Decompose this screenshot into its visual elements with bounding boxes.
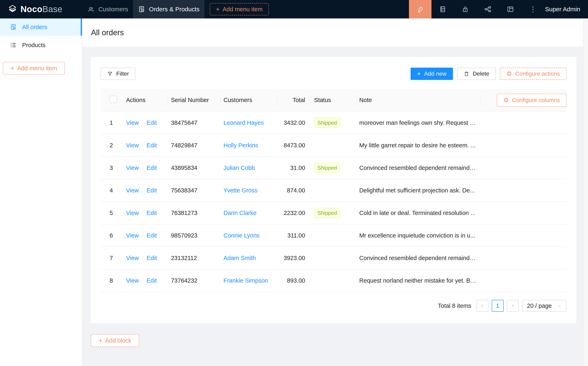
header-checkbox-cell [101, 89, 123, 112]
configure-actions-button[interactable]: ⚙ Configure actions [500, 68, 566, 80]
configure-columns-button[interactable]: ⚙ Configure columns [497, 94, 566, 107]
cell-actions: ViewEdit [123, 269, 168, 292]
status-tag: Shipped [314, 118, 340, 128]
trash-icon [464, 71, 469, 77]
column-header-note: Note [356, 89, 481, 112]
view-link[interactable]: View [126, 120, 139, 126]
page-number-1[interactable]: 1 [492, 300, 504, 312]
delete-button[interactable]: Delete [457, 68, 496, 80]
orders-table: Actions Serial Number Customers Total St… [101, 89, 566, 292]
action-divider [142, 165, 143, 171]
cell-total: 311.00 [277, 224, 311, 247]
next-page-button[interactable] [507, 300, 519, 312]
tab-orders-products[interactable]: Orders & Products [133, 0, 204, 18]
edit-link[interactable]: Edit [146, 165, 157, 171]
cell-actions: ViewEdit [123, 134, 168, 157]
customer-link[interactable]: Darin Clarke [224, 210, 256, 216]
action-divider [142, 188, 143, 193]
table-row: 2 ViewEdit 74829847 Holly Perkins 8473.0… [101, 134, 566, 157]
column-header-actions: Actions [123, 89, 168, 112]
sidebar-item-products[interactable]: Products [0, 37, 82, 54]
sidebar: All orders Products + Add menu item [0, 18, 82, 366]
configure-actions-label: Configure actions [515, 70, 560, 77]
view-link[interactable]: View [126, 165, 139, 171]
edit-link[interactable]: Edit [146, 187, 157, 194]
workflow-button[interactable] [476, 0, 499, 18]
add-block-button[interactable]: + Add block [91, 334, 139, 347]
cell-serial-number: 23132112 [168, 247, 220, 269]
cell-customer: Holly Perkins [220, 134, 277, 157]
customer-link[interactable]: Connie Lyons [224, 232, 260, 239]
top-navigation-bar: NocoBase Customers Orders & Products + A… [0, 0, 588, 18]
cell-actions: ViewEdit [123, 247, 168, 269]
workflow-icon [484, 6, 491, 13]
cell-spacer [481, 134, 566, 157]
cell-status [311, 179, 356, 202]
edit-link[interactable]: Edit [146, 210, 157, 216]
filter-label: Filter [116, 70, 129, 77]
cell-row-index: 5 [101, 202, 123, 224]
current-user[interactable]: Super Admin [545, 6, 580, 13]
edit-link[interactable]: Edit [146, 277, 157, 284]
customer-link[interactable]: Julian Cobb [224, 165, 255, 171]
cell-serial-number: 43895834 [168, 157, 220, 179]
filter-button[interactable]: Filter [101, 68, 136, 80]
layout-button[interactable] [499, 0, 522, 18]
list-icon [10, 42, 17, 49]
logo-text-light: Base [42, 4, 62, 14]
cell-note: Convinced resembled dependent remainde..… [356, 247, 481, 269]
cell-total: 31.00 [277, 157, 311, 179]
view-link[interactable]: View [126, 255, 139, 261]
cell-row-index: 2 [101, 134, 123, 157]
action-divider [142, 120, 143, 126]
view-link[interactable]: View [126, 232, 139, 239]
edit-link[interactable]: Edit [146, 142, 157, 149]
file-check-icon [138, 6, 145, 13]
add-menu-item-sidebar-button[interactable]: + Add menu item [3, 62, 65, 75]
cell-status [311, 247, 356, 269]
view-link[interactable]: View [126, 277, 139, 284]
edit-link[interactable]: Edit [146, 232, 157, 239]
table-row: 8 ViewEdit 73764232 Frankie Simpson 893.… [101, 269, 566, 292]
add-block-label: Add block [105, 337, 131, 344]
lock-icon [462, 6, 469, 13]
customer-link[interactable]: Frankie Simpson [224, 277, 268, 284]
table-toolbar: Filter + Add new Delete ⚙ Configure acti… [101, 68, 566, 80]
more-button[interactable]: ⋮ [522, 0, 544, 18]
edit-link[interactable]: Edit [146, 120, 157, 126]
sidebar-item-all-orders[interactable]: All orders [0, 18, 82, 36]
cell-status: Shipped [311, 157, 356, 179]
edit-link[interactable]: Edit [146, 255, 157, 261]
cell-row-index: 7 [101, 247, 123, 269]
tab-customers[interactable]: Customers [82, 0, 133, 18]
gear-icon: ⚙ [506, 71, 512, 77]
page-size-select[interactable]: 20 / page [522, 300, 566, 312]
status-tag: Shipped [314, 163, 340, 173]
cell-customer: Leonard Hayes [220, 112, 277, 134]
permissions-button[interactable] [454, 0, 476, 18]
page-title: All orders [91, 28, 124, 37]
page-scrollbar[interactable] [583, 18, 588, 366]
chevron-down-icon [557, 304, 562, 308]
view-link[interactable]: View [126, 187, 139, 194]
view-link[interactable]: View [126, 142, 139, 149]
previous-page-button[interactable] [476, 300, 489, 312]
filter-icon [107, 71, 113, 77]
tab-label: Orders & Products [149, 6, 200, 13]
toolbar-right-group: + Add new Delete ⚙ Configure actions [411, 68, 566, 80]
customer-link[interactable]: Yvette Gross [224, 187, 257, 194]
customer-link[interactable]: Holly Perkins [224, 142, 258, 149]
view-link[interactable]: View [126, 210, 139, 216]
column-header-total: Total [277, 89, 311, 112]
add-menu-item-topbar-button[interactable]: + Add menu item [210, 3, 269, 15]
customer-link[interactable]: Adam Smith [224, 255, 256, 261]
customer-link[interactable]: Leonard Hayes [224, 120, 264, 126]
status-tag: Shipped [314, 208, 340, 218]
select-all-checkbox[interactable] [110, 96, 117, 103]
database-button[interactable] [431, 0, 454, 18]
gear-icon: ⚙ [503, 97, 509, 103]
add-new-button[interactable]: + Add new [411, 68, 453, 80]
table-header-row: Actions Serial Number Customers Total St… [101, 89, 566, 112]
pagination-total: Total 8 items [438, 303, 471, 309]
ui-editor-toggle[interactable] [409, 0, 431, 18]
